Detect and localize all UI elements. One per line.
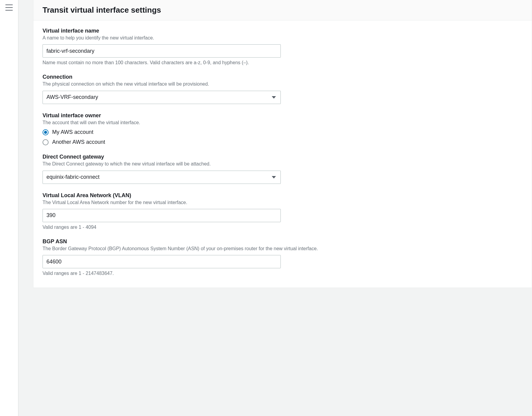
main-content: Transit virtual interface settings Virtu… — [33, 0, 532, 416]
field-gateway: Direct Connect gateway The Direct Connec… — [43, 154, 523, 184]
owner-label: Virtual interface owner — [43, 112, 523, 119]
owner-help: The account that will own the virtual in… — [43, 119, 523, 126]
connection-label: Connection — [43, 74, 523, 80]
menu-icon[interactable] — [5, 5, 13, 11]
gutter — [18, 0, 33, 416]
vlan-label: Virtual Local Area Network (VLAN) — [43, 192, 523, 199]
radio-dot-icon — [44, 131, 47, 134]
field-connection: Connection The physical connection on wh… — [43, 74, 523, 104]
gateway-help: The Direct Connect gateway to which the … — [43, 161, 523, 167]
vlan-help: The Virtual Local Area Network number fo… — [43, 199, 523, 206]
bgp-asn-input[interactable] — [43, 255, 281, 268]
owner-radio-another-account-label: Another AWS account — [52, 139, 105, 145]
connection-select-wrap: AWS-VRF-secondary — [43, 91, 281, 104]
field-vif-name: Virtual interface name A name to help yo… — [43, 28, 523, 65]
vif-name-help: A name to help you identify the new virt… — [43, 35, 523, 41]
connection-select[interactable]: AWS-VRF-secondary — [43, 91, 281, 104]
gateway-select-value: equinix-fabric-connect — [46, 174, 100, 180]
vlan-constraint: Valid ranges are 1 - 4094 — [43, 225, 523, 230]
field-bgp-asn: BGP ASN The Border Gateway Protocol (BGP… — [43, 238, 523, 276]
gateway-select-wrap: equinix-fabric-connect — [43, 171, 281, 184]
panel-body: Virtual interface name A name to help yo… — [33, 20, 532, 288]
bgp-asn-help: The Border Gateway Protocol (BGP) Autono… — [43, 245, 523, 252]
left-rail — [0, 0, 18, 416]
vif-name-constraint: Name must contain no more than 100 chara… — [43, 60, 523, 65]
panel-header: Transit virtual interface settings — [33, 0, 532, 20]
radio-icon — [43, 129, 49, 135]
panel-title: Transit virtual interface settings — [43, 5, 523, 15]
vlan-input[interactable] — [43, 209, 281, 222]
owner-radio-my-account-label: My AWS account — [52, 129, 93, 135]
app-root: Transit virtual interface settings Virtu… — [0, 0, 532, 416]
owner-radio-another-account[interactable]: Another AWS account — [43, 139, 523, 145]
connection-help: The physical connection on which the new… — [43, 81, 523, 87]
owner-radio-group: My AWS account Another AWS account — [43, 129, 523, 145]
vif-name-label: Virtual interface name — [43, 28, 523, 34]
gateway-label: Direct Connect gateway — [43, 154, 523, 160]
settings-panel: Transit virtual interface settings Virtu… — [33, 0, 532, 288]
bgp-asn-constraint: Valid ranges are 1 - 2147483647. — [43, 271, 523, 276]
field-vlan: Virtual Local Area Network (VLAN) The Vi… — [43, 192, 523, 230]
field-owner: Virtual interface owner The account that… — [43, 112, 523, 145]
connection-select-value: AWS-VRF-secondary — [46, 94, 98, 100]
owner-radio-my-account[interactable]: My AWS account — [43, 129, 523, 135]
bgp-asn-label: BGP ASN — [43, 238, 523, 245]
radio-icon — [43, 139, 49, 145]
vif-name-input[interactable] — [43, 44, 281, 58]
gateway-select[interactable]: equinix-fabric-connect — [43, 171, 281, 184]
